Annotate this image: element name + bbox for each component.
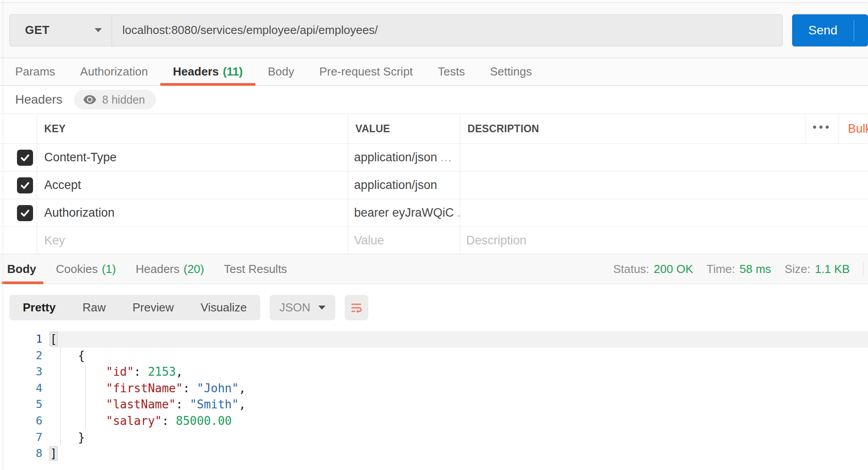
new-description-cell bbox=[460, 227, 868, 254]
postman-app: GET Send Params Authorization Headers (1… bbox=[0, 0, 868, 470]
code-line-content: "id": 2153, bbox=[50, 364, 868, 380]
line-number: 2 bbox=[0, 348, 50, 364]
header-key-cell[interactable]: Content-Type bbox=[37, 144, 348, 171]
header-value-cell[interactable]: bearer eyJraWQiC … bbox=[348, 199, 460, 227]
tab-headers[interactable]: Headers (11) bbox=[173, 58, 242, 85]
line-number: 7 bbox=[0, 429, 50, 446]
status-badge: 200 OK bbox=[654, 262, 693, 276]
new-key-cell bbox=[37, 227, 348, 254]
header-key-cell[interactable]: Authorization bbox=[37, 199, 348, 227]
new-value-cell bbox=[348, 227, 460, 254]
tab-label: Pre-request Script bbox=[319, 65, 413, 79]
view-mode-raw[interactable]: Raw bbox=[83, 301, 106, 315]
response-tab-body[interactable]: Body bbox=[7, 254, 36, 284]
eye-icon bbox=[83, 95, 96, 104]
language-select[interactable]: JSON bbox=[270, 295, 335, 320]
tab-authorization[interactable]: Authorization bbox=[80, 58, 148, 85]
response-tab-headers[interactable]: Headers (20) bbox=[136, 254, 204, 284]
response-tab-cookies[interactable]: Cookies (1) bbox=[56, 254, 116, 284]
tab-label: Headers bbox=[173, 65, 219, 79]
header-key-cell[interactable]: Accept bbox=[37, 172, 348, 199]
wrap-text-icon bbox=[349, 301, 363, 315]
stats-divider bbox=[863, 261, 864, 277]
new-key-input[interactable] bbox=[44, 234, 348, 248]
code-line[interactable]: 4 "firstName": "John", bbox=[0, 380, 868, 397]
chevron-down-icon bbox=[318, 306, 326, 310]
header-value-text: application/json bbox=[354, 178, 437, 192]
check-icon bbox=[19, 152, 31, 164]
header-value-cell[interactable]: application/json bbox=[348, 172, 460, 199]
tab-count: (20) bbox=[184, 262, 204, 276]
url-input[interactable] bbox=[122, 23, 773, 37]
send-button[interactable]: Send bbox=[792, 14, 868, 46]
code-line[interactable]: 6 "salary": 85000.00 bbox=[0, 413, 868, 429]
size-stat: Size: 1.1 KB bbox=[785, 262, 850, 276]
bulk-edit-link[interactable]: Bulk bbox=[839, 114, 868, 143]
code-line[interactable]: 1[ bbox=[0, 331, 868, 348]
header-value-text: bearer eyJraWQiC bbox=[354, 206, 454, 220]
code-line[interactable]: 3 "id": 2153, bbox=[0, 364, 868, 380]
header-description-cell[interactable] bbox=[460, 172, 868, 199]
request-url-bar: GET Send bbox=[0, 2, 868, 58]
header-value-cell[interactable]: application/json … bbox=[348, 144, 460, 171]
row-checkbox-cell bbox=[0, 144, 37, 171]
header-value-text: application/json bbox=[354, 151, 437, 164]
tab-params[interactable]: Params bbox=[15, 58, 55, 85]
view-mode-preview[interactable]: Preview bbox=[133, 301, 174, 315]
method-label: GET bbox=[25, 23, 50, 37]
tab-pre-request-script[interactable]: Pre-request Script bbox=[319, 58, 413, 85]
view-mode-visualize[interactable]: Visualize bbox=[200, 301, 247, 315]
tab-count: (1) bbox=[102, 262, 116, 276]
new-description-input[interactable] bbox=[466, 234, 868, 248]
view-mode-pretty[interactable]: Pretty bbox=[23, 301, 56, 315]
row-checkbox-cell-empty bbox=[0, 227, 37, 254]
response-view-toolbar: Pretty Raw Preview Visualize JSON bbox=[9, 295, 868, 320]
code-line-content: "lastName": "Smith", bbox=[50, 396, 868, 413]
response-code[interactable]: 1[2 {3 "id": 2153,4 "firstName": "John",… bbox=[0, 331, 868, 462]
wrap-text-button[interactable] bbox=[345, 295, 368, 320]
tab-body[interactable]: Body bbox=[268, 58, 294, 85]
hidden-headers-toggle[interactable]: 8 hidden bbox=[74, 90, 156, 109]
request-tabs: Params Authorization Headers (11) Body P… bbox=[0, 58, 868, 86]
new-value-input[interactable] bbox=[354, 234, 460, 248]
status-label: Status: bbox=[613, 262, 649, 276]
chevron-down-icon bbox=[95, 28, 102, 32]
key-column-header: KEY bbox=[37, 114, 348, 143]
row-checkbox-cell bbox=[0, 172, 37, 199]
time-stat: Time: 58 ms bbox=[706, 262, 771, 276]
line-number: 4 bbox=[0, 380, 50, 397]
table-row: Authorization bearer eyJraWQiC … bbox=[0, 199, 868, 227]
code-line[interactable]: 7 } bbox=[0, 429, 868, 446]
check-icon bbox=[19, 180, 31, 191]
method-select[interactable]: GET bbox=[9, 14, 112, 46]
code-line[interactable]: 8] bbox=[0, 445, 868, 462]
code-line-content: { bbox=[50, 348, 868, 364]
tab-label: Body bbox=[268, 65, 294, 79]
code-line-content: "salary": 85000.00 bbox=[50, 413, 868, 429]
time-label: Time: bbox=[706, 262, 735, 276]
tab-label: Params bbox=[15, 65, 55, 79]
code-line[interactable]: 5 "lastName": "Smith", bbox=[0, 396, 868, 413]
time-value: 58 ms bbox=[739, 262, 771, 276]
tab-tests[interactable]: Tests bbox=[438, 58, 465, 85]
size-label: Size: bbox=[785, 262, 810, 276]
indent-guide bbox=[60, 348, 61, 446]
response-tab-test-results[interactable]: Test Results bbox=[224, 254, 287, 284]
row-checkbox-cell bbox=[0, 199, 37, 227]
more-options-icon[interactable]: ••• bbox=[805, 114, 839, 143]
row-checkbox-checked[interactable] bbox=[17, 177, 33, 193]
code-line-content: [ bbox=[50, 331, 868, 348]
row-checkbox-checked[interactable] bbox=[17, 205, 33, 221]
tab-settings[interactable]: Settings bbox=[490, 58, 532, 85]
send-split-divider bbox=[854, 20, 854, 41]
line-number: 5 bbox=[0, 396, 50, 413]
check-icon bbox=[19, 207, 31, 219]
row-checkbox-checked[interactable] bbox=[17, 150, 33, 166]
table-header-row: KEY VALUE DESCRIPTION ••• Bulk bbox=[0, 114, 868, 144]
header-description-cell[interactable] bbox=[460, 199, 868, 227]
line-number: 3 bbox=[0, 364, 50, 380]
indent-guide bbox=[85, 364, 86, 429]
header-description-cell[interactable] bbox=[460, 144, 868, 171]
code-line[interactable]: 2 { bbox=[0, 348, 868, 364]
response-stats: Status: 200 OK Time: 58 ms Size: 1.1 KB bbox=[613, 254, 864, 284]
